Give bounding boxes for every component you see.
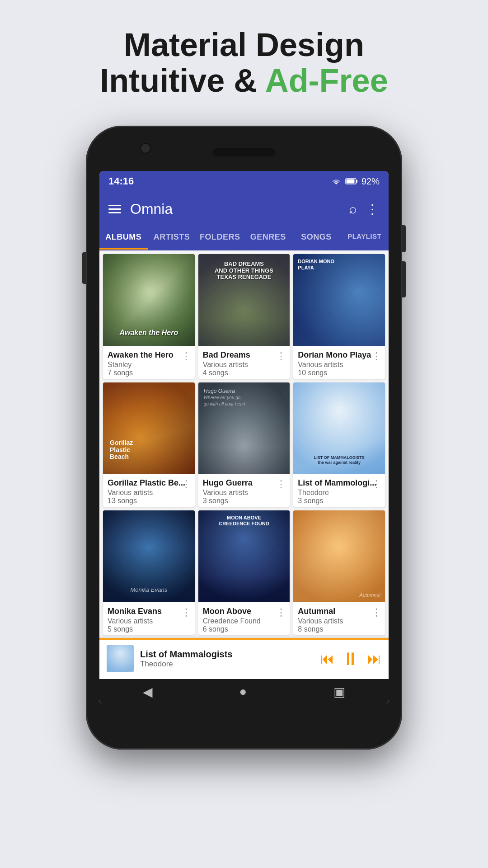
album-artist-awaken: Stanley bbox=[108, 361, 190, 369]
album-art-dorian: DORIAN MONOPLAYA bbox=[293, 254, 385, 346]
tab-albums[interactable]: ALBUMS bbox=[99, 226, 148, 250]
album-artist-dorian: Various artists bbox=[298, 361, 380, 369]
album-info-hugo: Hugo Guerra Various artists 3 songs ⋮ bbox=[198, 474, 290, 507]
album-art-monika-text: Monika Evans bbox=[103, 586, 195, 593]
phone-screen: 14:16 92% Omn bbox=[99, 171, 389, 704]
tab-songs[interactable]: SONGS bbox=[292, 226, 341, 250]
album-card-cat[interactable]: Autumnal Autumnal Various artists 8 song… bbox=[293, 510, 385, 635]
nav-bar: ◀ ● ▣ bbox=[99, 679, 389, 704]
album-name-dorian: Dorian Mono Playa bbox=[298, 350, 380, 360]
tab-folders[interactable]: FOLDERS bbox=[196, 226, 244, 250]
album-art-moon: MOON ABOVECREEDENCE FOUND bbox=[198, 510, 290, 602]
album-card-awaken[interactable]: Awaken the Hero Awaken the Hero Stanley … bbox=[103, 254, 195, 378]
album-name-moon: Moon Above bbox=[203, 607, 286, 616]
album-songs-moon: 6 songs bbox=[203, 625, 286, 633]
album-menu-awaken[interactable]: ⋮ bbox=[181, 351, 191, 361]
skip-forward-button[interactable]: ⏭ bbox=[367, 651, 381, 667]
volume-up-button[interactable] bbox=[402, 225, 406, 252]
album-artist-baddreams: Various artists bbox=[203, 361, 286, 369]
promo-section: Material Design Intuitive & Ad-Free bbox=[0, 0, 488, 117]
home-button[interactable]: ● bbox=[239, 684, 247, 699]
album-songs-cat: 8 songs bbox=[298, 625, 380, 633]
album-artist-gorillaz: Various artists bbox=[108, 489, 190, 497]
album-art-mammalogists-text: LIST OF MAMMALOGISTSthe war against real… bbox=[293, 455, 385, 465]
album-songs-gorillaz: 13 songs bbox=[108, 497, 190, 505]
album-art-baddreams-text: BAD DREAMSAND OTHER THINGSTEXAS RENEGADE bbox=[198, 261, 290, 280]
tab-artists[interactable]: ARTISTS bbox=[148, 226, 196, 250]
album-art-cat-text: Autumnal bbox=[360, 592, 380, 598]
album-menu-cat[interactable]: ⋮ bbox=[371, 608, 381, 618]
album-songs-dorian: 10 songs bbox=[298, 369, 380, 377]
album-art-dorian-text: DORIAN MONOPLAYA bbox=[298, 259, 334, 270]
album-card-hugo[interactable]: Hugo GuerraWhereever you go,go with all … bbox=[198, 382, 290, 507]
status-time: 14:16 bbox=[108, 175, 134, 187]
album-info-dorian: Dorian Mono Playa Various artists 10 son… bbox=[293, 346, 385, 379]
now-playing-bar[interactable]: List of Mammalogists Theodore ⏮ ⏸ ⏭ bbox=[99, 638, 389, 679]
album-menu-dorian[interactable]: ⋮ bbox=[371, 351, 381, 361]
tab-genres[interactable]: GENRES bbox=[244, 226, 292, 250]
status-icons: 92% bbox=[331, 176, 380, 187]
album-card-baddreams[interactable]: BAD DREAMSAND OTHER THINGSTEXAS RENEGADE… bbox=[198, 254, 290, 378]
promo-ad-free: Ad-Free bbox=[265, 62, 388, 99]
album-card-dorian[interactable]: DORIAN MONOPLAYA Dorian Mono Playa Vario… bbox=[293, 254, 385, 378]
volume-down-button[interactable] bbox=[402, 261, 406, 297]
album-art-monika: Monika Evans bbox=[103, 510, 195, 602]
album-name-awaken: Awaken the Hero bbox=[108, 350, 190, 360]
album-name-hugo: Hugo Guerra bbox=[203, 478, 286, 488]
power-button[interactable] bbox=[82, 252, 86, 284]
album-artist-cat: Various artists bbox=[298, 617, 380, 625]
back-button[interactable]: ◀ bbox=[143, 684, 153, 699]
recents-button[interactable]: ▣ bbox=[333, 684, 345, 699]
wifi-icon bbox=[331, 177, 342, 185]
pause-button[interactable]: ⏸ bbox=[342, 649, 360, 669]
promo-subtitle-prefix: Intuitive & bbox=[100, 62, 265, 99]
album-art-gorillaz-text: GorillazPlasticBeach bbox=[110, 439, 133, 460]
now-playing-info: List of Mammalogists Theodore bbox=[140, 649, 314, 669]
album-info-moon: Moon Above Creedence Found 6 songs ⋮ bbox=[198, 602, 290, 635]
album-menu-baddreams[interactable]: ⋮ bbox=[276, 351, 286, 361]
promo-subtitle: Intuitive & Ad-Free bbox=[18, 63, 470, 99]
playback-controls: ⏮ ⏸ ⏭ bbox=[320, 649, 381, 669]
album-menu-gorillaz[interactable]: ⋮ bbox=[181, 479, 191, 489]
album-art-mammalogists: LIST OF MAMMALOGISTSthe war against real… bbox=[293, 382, 385, 474]
hamburger-menu-button[interactable] bbox=[108, 205, 121, 213]
status-bar: 14:16 92% bbox=[99, 171, 389, 192]
promo-title: Material Design bbox=[18, 27, 470, 63]
album-info-baddreams: Bad Dreams Various artists 4 songs ⋮ bbox=[198, 346, 290, 379]
album-art-moon-text: MOON ABOVECREEDENCE FOUND bbox=[198, 515, 290, 527]
album-menu-monika[interactable]: ⋮ bbox=[181, 608, 191, 618]
album-card-monika[interactable]: Monika Evans Monika Evans Various artist… bbox=[103, 510, 195, 635]
overflow-menu-icon[interactable]: ⋮ bbox=[366, 202, 380, 217]
now-playing-artist: Theodore bbox=[140, 660, 314, 669]
album-songs-mammalogists: 3 songs bbox=[298, 497, 380, 505]
album-artist-mammalogists: Theodore bbox=[298, 489, 380, 497]
album-menu-hugo[interactable]: ⋮ bbox=[276, 479, 286, 489]
album-info-monika: Monika Evans Various artists 5 songs ⋮ bbox=[103, 602, 195, 635]
svg-rect-2 bbox=[346, 179, 354, 184]
now-playing-thumbnail bbox=[107, 645, 134, 672]
album-art-cat: Autumnal bbox=[293, 510, 385, 602]
album-art-hugo: Hugo GuerraWhereever you go,go with all … bbox=[198, 382, 290, 474]
album-card-moon[interactable]: MOON ABOVECREEDENCE FOUND Moon Above Cre… bbox=[198, 510, 290, 635]
album-card-gorillaz[interactable]: GorillazPlasticBeach Gorillaz Plastic Be… bbox=[103, 382, 195, 507]
album-name-mammalogists: List of Mammologi... bbox=[298, 478, 380, 488]
album-art-awaken: Awaken the Hero bbox=[103, 254, 195, 346]
album-artist-hugo: Various artists bbox=[203, 489, 286, 497]
app-title: Omnia bbox=[130, 201, 340, 217]
search-icon[interactable]: ⌕ bbox=[349, 201, 357, 217]
skip-back-button[interactable]: ⏮ bbox=[320, 651, 334, 667]
album-card-mammalogists[interactable]: LIST OF MAMMALOGISTSthe war against real… bbox=[293, 382, 385, 507]
album-menu-mammalogists[interactable]: ⋮ bbox=[371, 479, 381, 489]
phone-speaker bbox=[212, 148, 276, 156]
phone-device: 14:16 92% Omn bbox=[86, 126, 402, 750]
album-info-awaken: Awaken the Hero Stanley 7 songs ⋮ bbox=[103, 346, 195, 379]
tab-playlist[interactable]: PLAYLIST bbox=[340, 226, 389, 250]
album-art-gorillaz: GorillazPlasticBeach bbox=[103, 382, 195, 474]
album-name-monika: Monika Evans bbox=[108, 607, 190, 616]
album-songs-monika: 5 songs bbox=[108, 625, 190, 633]
battery-percentage: 92% bbox=[361, 176, 380, 187]
album-info-gorillaz: Gorillaz Plastic Be... Various artists 1… bbox=[103, 474, 195, 507]
now-playing-title: List of Mammalogists bbox=[140, 649, 314, 660]
album-menu-moon[interactable]: ⋮ bbox=[276, 608, 286, 618]
album-info-mammalogists: List of Mammologi... Theodore 3 songs ⋮ bbox=[293, 474, 385, 507]
